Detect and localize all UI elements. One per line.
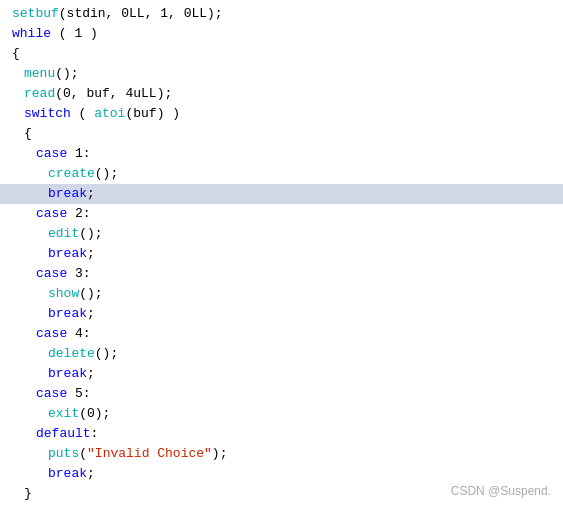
code-line: break;	[0, 464, 563, 484]
code-line: delete();	[0, 344, 563, 364]
code-line: default:	[0, 424, 563, 444]
code-line: {	[0, 44, 563, 64]
code-line-highlighted: break;	[0, 184, 563, 204]
code-line: setbuf(stdin, 0LL, 1, 0LL);	[0, 4, 563, 24]
code-line: read(0, buf, 4uLL);	[0, 84, 563, 104]
code-line: edit();	[0, 224, 563, 244]
code-line: break;	[0, 304, 563, 324]
watermark: CSDN @Suspend.	[451, 484, 551, 498]
code-line: case 1:	[0, 144, 563, 164]
code-line: create();	[0, 164, 563, 184]
code-line: while ( 1 )	[0, 24, 563, 44]
code-container: setbuf(stdin, 0LL, 1, 0LL); while ( 1 ) …	[0, 0, 563, 506]
code-line: puts("Invalid Choice");	[0, 444, 563, 464]
code-line: case 2:	[0, 204, 563, 224]
code-line: switch ( atoi(buf) )	[0, 104, 563, 124]
code-line: case 3:	[0, 264, 563, 284]
code-line: break;	[0, 364, 563, 384]
code-line: case 4:	[0, 324, 563, 344]
code-line: menu();	[0, 64, 563, 84]
code-body: setbuf(stdin, 0LL, 1, 0LL); while ( 1 ) …	[0, 4, 563, 506]
code-line: case 5:	[0, 384, 563, 404]
code-line: break;	[0, 244, 563, 264]
code-line: show();	[0, 284, 563, 304]
code-line: {	[0, 124, 563, 144]
code-line: exit(0);	[0, 404, 563, 424]
